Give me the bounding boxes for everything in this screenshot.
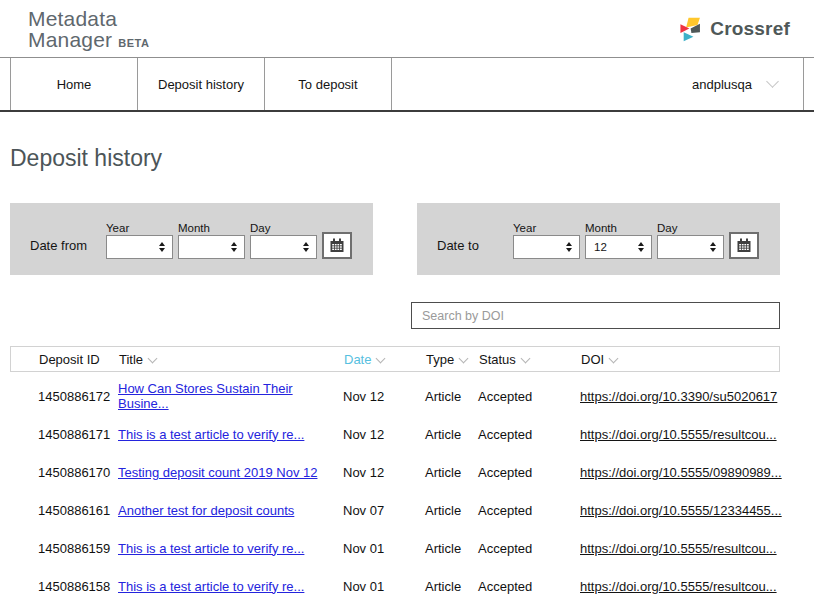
- cell-status: Accepted: [478, 579, 580, 594]
- doi-link[interactable]: https://doi.org/10.3390/su5020617: [580, 389, 777, 404]
- main-nav: Home Deposit history To deposit andplusq…: [0, 57, 814, 112]
- cell-status: Accepted: [478, 427, 580, 442]
- column-header-date[interactable]: Date: [344, 352, 426, 367]
- cell-deposit-id: 1450886159: [38, 541, 118, 556]
- date-to-calendar-button[interactable]: [729, 232, 759, 259]
- select-stepper-icon: [231, 242, 237, 252]
- doi-link[interactable]: https://doi.org/10.5555/12334455...: [580, 503, 782, 518]
- cell-deposit-id: 1450886158: [38, 579, 118, 594]
- date-to-month-value: 12: [594, 241, 607, 253]
- select-stepper-icon: [638, 242, 644, 252]
- cell-deposit-id: 1450886171: [38, 427, 118, 442]
- date-to-month-select[interactable]: 12: [585, 235, 652, 259]
- select-stepper-icon: [710, 242, 716, 252]
- date-from-filter: Date from Year Month D: [10, 203, 373, 275]
- title-link[interactable]: How Can Stores Sustain Their Busine...: [118, 381, 293, 411]
- cell-deposit-id: 1450886172: [38, 389, 118, 404]
- date-from-label: Date from: [30, 226, 106, 253]
- sort-chevron-icon: [376, 353, 386, 363]
- deposit-table: Deposit ID Title Date Type Status DOI 14…: [10, 346, 780, 605]
- column-header-doi[interactable]: DOI: [581, 352, 779, 367]
- date-to-year-select[interactable]: [513, 235, 580, 259]
- calendar-icon: [736, 238, 752, 254]
- column-header-deposit-id: Deposit ID: [39, 352, 119, 367]
- select-stepper-icon: [159, 242, 165, 252]
- doi-link[interactable]: https://doi.org/10.5555/resultcou...: [580, 427, 777, 442]
- sort-chevron-icon: [148, 353, 158, 363]
- cell-deposit-id: 1450886170: [38, 465, 118, 480]
- cell-status: Accepted: [478, 541, 580, 556]
- date-to-label: Date to: [437, 226, 513, 253]
- chevron-down-icon: [766, 75, 779, 88]
- page-title: Deposit history: [10, 145, 804, 172]
- table-row: 1450886161 Another test for deposit coun…: [10, 491, 780, 529]
- date-to-day-select[interactable]: [657, 235, 724, 259]
- year-label: Year: [106, 222, 173, 234]
- cell-deposit-id: 1450886161: [38, 503, 118, 518]
- title-link[interactable]: Another test for deposit counts: [118, 503, 294, 518]
- date-from-month-select[interactable]: [178, 235, 245, 259]
- title-link[interactable]: Testing deposit count 2019 Nov 12: [118, 465, 317, 480]
- cell-date: Nov 12: [343, 465, 425, 480]
- date-from-year-select[interactable]: [106, 235, 173, 259]
- table-row: 1450886172 How Can Stores Sustain Their …: [10, 377, 780, 415]
- beta-badge: BETA: [118, 37, 149, 49]
- cell-type: Article: [425, 427, 478, 442]
- crossref-wordmark: Crossref: [710, 18, 790, 40]
- select-stepper-icon: [566, 242, 572, 252]
- cell-type: Article: [425, 503, 478, 518]
- username: andplusqa: [692, 77, 752, 92]
- cell-type: Article: [425, 389, 478, 404]
- cell-date: Nov 01: [343, 579, 425, 594]
- cell-type: Article: [425, 541, 478, 556]
- cell-date: Nov 12: [343, 389, 425, 404]
- sort-chevron-icon: [459, 353, 469, 363]
- column-header-title[interactable]: Title: [119, 352, 344, 367]
- main-content: Deposit history Date from Year Month: [0, 145, 814, 605]
- cell-date: Nov 01: [343, 541, 425, 556]
- date-from-calendar-button[interactable]: [322, 232, 352, 259]
- year-label: Year: [513, 222, 580, 234]
- search-row: [10, 302, 780, 329]
- day-label: Day: [250, 222, 317, 234]
- nav-tab-home[interactable]: Home: [11, 58, 138, 110]
- calendar-icon: [329, 238, 345, 254]
- app-logo-line1: Metadata: [28, 8, 149, 29]
- cell-date: Nov 07: [343, 503, 425, 518]
- table-row: 1450886171 This is a test article to ver…: [10, 415, 780, 453]
- table-row: 1450886170 Testing deposit count 2019 No…: [10, 453, 780, 491]
- nav-tab-deposit-history[interactable]: Deposit history: [138, 58, 265, 110]
- cell-status: Accepted: [478, 465, 580, 480]
- select-stepper-icon: [303, 242, 309, 252]
- table-body: 1450886172 How Can Stores Sustain Their …: [10, 372, 780, 605]
- table-header: Deposit ID Title Date Type Status DOI: [10, 346, 780, 372]
- cell-type: Article: [425, 579, 478, 594]
- cell-status: Accepted: [478, 503, 580, 518]
- cell-date: Nov 12: [343, 427, 425, 442]
- crossref-logo: Crossref: [678, 14, 790, 44]
- month-label: Month: [178, 222, 245, 234]
- date-filters: Date from Year Month D: [10, 203, 804, 275]
- date-from-day-select[interactable]: [250, 235, 317, 259]
- column-header-status[interactable]: Status: [479, 352, 581, 367]
- sort-chevron-icon: [520, 353, 530, 363]
- doi-link[interactable]: https://doi.org/10.5555/09890989...: [580, 465, 782, 480]
- title-link[interactable]: This is a test article to verify re...: [118, 427, 304, 442]
- app-logo-line2: Manager: [28, 28, 112, 51]
- cell-type: Article: [425, 465, 478, 480]
- doi-search-input[interactable]: [411, 302, 780, 329]
- table-row: 1450886158 This is a test article to ver…: [10, 567, 780, 605]
- day-label: Day: [657, 222, 724, 234]
- title-link[interactable]: This is a test article to verify re...: [118, 541, 304, 556]
- app-logo: Metadata Manager BETA: [28, 8, 149, 54]
- title-link[interactable]: This is a test article to verify re...: [118, 579, 304, 594]
- table-row: 1450886159 This is a test article to ver…: [10, 529, 780, 567]
- nav-tab-to-deposit[interactable]: To deposit: [265, 58, 392, 110]
- doi-link[interactable]: https://doi.org/10.5555/resultcou...: [580, 541, 777, 556]
- date-to-filter: Date to Year Month 12 D: [417, 203, 780, 275]
- column-header-type[interactable]: Type: [426, 352, 479, 367]
- app-header: Metadata Manager BETA Crossref: [0, 0, 814, 57]
- user-menu[interactable]: andplusqa: [392, 58, 804, 110]
- crossref-icon: [678, 14, 704, 44]
- doi-link[interactable]: https://doi.org/10.5555/resultcou...: [580, 579, 777, 594]
